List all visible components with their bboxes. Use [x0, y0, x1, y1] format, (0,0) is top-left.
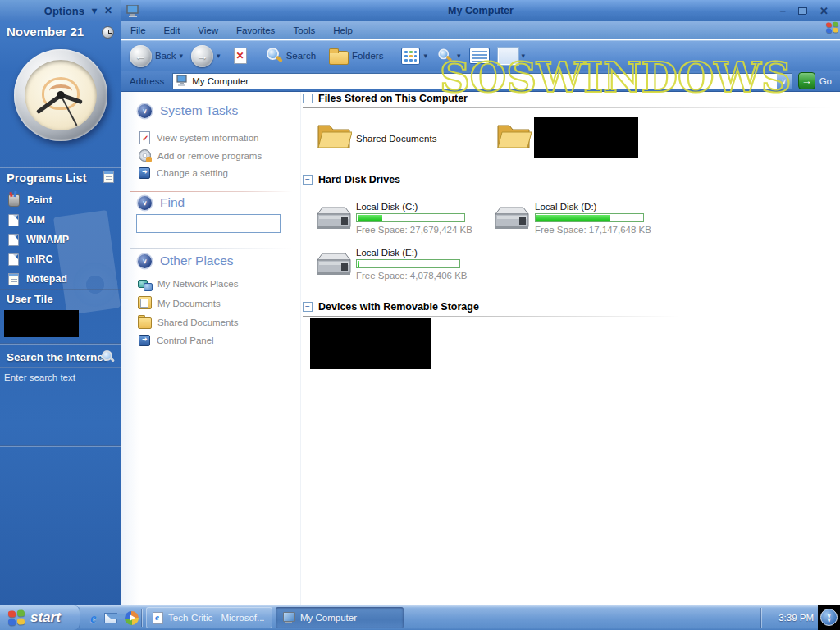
folder-icon: [138, 317, 151, 328]
start-button[interactable]: start: [0, 605, 80, 630]
magnifier-icon: [437, 48, 453, 64]
menu-view[interactable]: View: [189, 25, 227, 35]
my-documents-icon: [138, 299, 151, 309]
find-input[interactable]: [136, 214, 281, 233]
folder-icon[interactable]: [316, 118, 352, 153]
collapse-minus-icon[interactable]: −: [303, 302, 313, 312]
menu-edit[interactable]: Edit: [155, 25, 189, 35]
restore-button[interactable]: [798, 7, 807, 15]
section-divider: [303, 107, 832, 108]
analog-clock: [14, 49, 107, 141]
user-tile-header: User Tile: [7, 293, 53, 305]
shared-documents-item[interactable]: Shared Documents: [356, 134, 436, 144]
search-internet-header: Search the Internet: [7, 351, 107, 363]
drive-d-usage-fill: [536, 215, 610, 221]
zoom-button[interactable]: ▾: [436, 47, 461, 65]
section-divider: [0, 167, 121, 168]
search-button[interactable]: Search: [265, 47, 316, 65]
taskbar: start e Tech-Critic - Microsof... My Com…: [0, 605, 840, 630]
go-button[interactable]: →: [798, 72, 815, 89]
media-player-icon[interactable]: [125, 611, 139, 625]
my-documents-link[interactable]: My Documents: [138, 297, 221, 309]
folder-icon[interactable]: [495, 118, 532, 153]
program-item-winamp[interactable]: WINAMP: [8, 230, 69, 249]
details-view-icon[interactable]: [469, 48, 490, 64]
file-icon: [8, 253, 19, 266]
window-title: My Computer: [121, 5, 840, 16]
change-setting-link[interactable]: Change a setting: [139, 167, 228, 179]
files-section-header: − Files Stored on This Computer: [303, 93, 468, 104]
section-divider: [0, 343, 121, 345]
menu-tools[interactable]: Tools: [284, 25, 324, 35]
drive-d-label[interactable]: Local Disk (D:): [535, 202, 596, 212]
views-dropdown-icon[interactable]: ▾: [423, 52, 427, 60]
tiles-button[interactable]: ▾: [498, 48, 526, 65]
go-label[interactable]: Go: [819, 76, 832, 86]
tiles-dropdown-icon[interactable]: ▾: [522, 52, 526, 60]
folders-button[interactable]: Folders: [329, 48, 383, 64]
zoom-dropdown-icon[interactable]: ▾: [457, 52, 461, 60]
hard-disk-icon[interactable]: [314, 247, 352, 280]
titlebar[interactable]: My Computer − ✕: [121, 0, 840, 21]
collapse-minus-icon[interactable]: −: [303, 94, 313, 103]
views-button[interactable]: ▾: [401, 48, 427, 65]
explorer-main: ∨ System Tasks View system information A…: [121, 92, 840, 605]
shared-documents-link[interactable]: Shared Documents: [138, 316, 238, 328]
address-dropdown-icon[interactable]: ∨: [777, 74, 792, 89]
view-system-information-link[interactable]: View system information: [139, 131, 258, 144]
task-button-my-computer[interactable]: My Computer: [276, 607, 404, 628]
menu-help[interactable]: Help: [324, 25, 362, 35]
forward-button[interactable]: → ▾: [191, 45, 221, 67]
search-icon: [101, 349, 115, 363]
folder-content: − Files Stored on This Computer Shared D…: [301, 92, 840, 605]
my-computer-icon: [282, 612, 295, 623]
find-header[interactable]: ∨ Find: [138, 195, 185, 210]
menu-file[interactable]: File: [121, 25, 155, 35]
back-dropdown-icon[interactable]: ▾: [180, 52, 184, 60]
sidebar-options-button[interactable]: Options: [44, 5, 84, 17]
drive-c-label[interactable]: Local Disk (C:): [356, 202, 418, 212]
system-tasks-header[interactable]: ∨ System Tasks: [138, 103, 238, 118]
system-info-icon: [139, 131, 150, 144]
control-panel-link[interactable]: Control Panel: [139, 335, 214, 346]
drive-e-usage-bar: [356, 259, 460, 268]
drive-e-free-space: Free Space: 4,078,406 KB: [356, 271, 468, 281]
options-dropdown-icon[interactable]: ▾: [92, 5, 97, 16]
menu-favorites[interactable]: Favorites: [227, 25, 284, 35]
search-input[interactable]: Enter search text: [4, 372, 75, 382]
program-item-aim[interactable]: AIM: [8, 210, 69, 230]
forward-dropdown-icon[interactable]: ▾: [217, 52, 221, 60]
hide-icons-chevron-icon[interactable]: ∨∨: [820, 609, 838, 626]
close-button[interactable]: ✕: [819, 6, 829, 16]
address-combo[interactable]: My Computer ∨: [172, 73, 792, 89]
task-button-tech-critic[interactable]: Tech-Critic - Microsof...: [146, 607, 272, 628]
tray-clock[interactable]: 3:39 PM: [778, 605, 814, 630]
quick-launch: e: [85, 605, 144, 630]
outlook-express-icon[interactable]: [104, 613, 117, 623]
drive-e-label[interactable]: Local Disk (E:): [356, 248, 418, 258]
collapse-minus-icon[interactable]: −: [303, 175, 313, 185]
sidebar-close-icon[interactable]: ✕: [104, 5, 112, 16]
program-item-mirc[interactable]: mIRC: [8, 249, 69, 269]
minimize-button[interactable]: −: [780, 6, 787, 16]
windows-logo-icon: [826, 21, 838, 33]
drive-c-free-space: Free Space: 27,679,424 KB: [356, 225, 472, 235]
section-divider: [0, 367, 121, 368]
other-places-header[interactable]: ∨ Other Places: [138, 253, 234, 268]
hard-disk-icon[interactable]: [314, 201, 352, 234]
my-network-places-link[interactable]: My Network Places: [138, 278, 238, 290]
windows-flag-icon: [8, 609, 25, 626]
program-item-paint[interactable]: Paint: [8, 190, 69, 210]
hard-disk-icon[interactable]: [492, 201, 530, 234]
task-pane: ∨ System Tasks View system information A…: [121, 92, 301, 605]
views-grid-icon: [401, 48, 420, 65]
back-button[interactable]: ← Back ▾: [130, 45, 183, 67]
delete-page-icon[interactable]: ✕: [234, 48, 247, 64]
search-icon: [265, 47, 283, 65]
drive-c-usage-bar: [356, 213, 465, 222]
change-setting-icon: [139, 167, 150, 179]
add-remove-programs-link[interactable]: Add or remove programs: [139, 149, 262, 162]
collapse-chevron-icon: ∨: [138, 104, 152, 118]
internet-explorer-icon[interactable]: e: [90, 611, 97, 625]
program-item-notepad[interactable]: Notepad: [8, 269, 69, 289]
